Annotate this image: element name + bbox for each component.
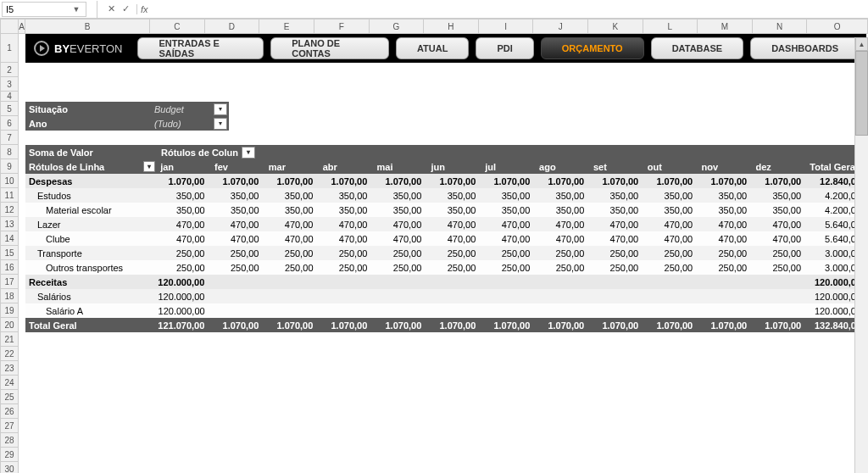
column-header-N[interactable]: N [753,19,808,34]
column-header-M[interactable]: M [698,19,753,34]
row-header-29[interactable]: 29 [0,448,19,462]
cell-value: 120.000,00 [155,277,209,287]
logo-name: EVERTON [70,42,122,55]
tab-plano-de-contas[interactable]: PLANO DE CONTAS [270,37,389,59]
logo: BYEVERTON [25,41,137,56]
pivot-row: Outros transportes250,00250,00250,00250,… [25,260,866,275]
row-header-2[interactable]: 2 [0,63,19,77]
row-header-14[interactable]: 14 [0,231,19,246]
confirm-icon[interactable]: ✓ [119,3,133,14]
row-header-26[interactable]: 26 [0,404,19,419]
grand-total-value: 1.070,00 [752,320,806,331]
row-header-4[interactable]: 4 [0,92,19,102]
column-header-E[interactable]: E [259,19,314,34]
filter-value-ano: (Tudo) [151,119,214,129]
month-header-nov: nov [698,162,753,172]
row-header-30[interactable]: 30 [0,462,19,473]
name-box-dropdown-icon[interactable]: ▼ [70,5,82,14]
cancel-icon[interactable]: ✕ [104,3,119,14]
fx-icon[interactable]: fx [136,4,152,14]
column-header-J[interactable]: J [533,19,588,34]
grand-total-value: 1.070,00 [589,320,643,331]
tab-atual[interactable]: ATUAL [396,37,469,59]
row-header-15[interactable]: 15 [0,246,19,260]
sum-of-value-label: Soma de Valor [25,147,158,158]
row-label: Transporte [25,248,156,259]
month-header-jan: jan [157,162,211,172]
vertical-scrollbar[interactable]: ▲ ▼ [854,37,868,473]
tab-dashboards[interactable]: DASHBOARDS [750,37,860,59]
name-box[interactable]: I5 ▼ [2,2,86,17]
row-header-20[interactable]: 20 [0,318,19,332]
row-header-19[interactable]: 19 [0,303,19,318]
column-header-O[interactable]: O [807,19,868,34]
row-header-17[interactable]: 17 [0,275,19,289]
row-header-6[interactable]: 6 [0,116,19,131]
cell-value: 250,00 [481,248,535,259]
row-header-7[interactable]: 7 [0,131,19,145]
row-header-21[interactable]: 21 [0,332,19,347]
cell-value: 250,00 [752,248,806,259]
cell-value: 1.070,00 [372,176,426,186]
cell-value: 470,00 [264,220,318,230]
grand-total-value: 1.070,00 [426,320,481,331]
row-header-10[interactable]: 10 [0,174,19,188]
row-header-18[interactable]: 18 [0,289,19,303]
cell-value: 250,00 [752,263,806,273]
scroll-thumb[interactable] [855,51,868,136]
cell-value: 250,00 [643,248,698,259]
filter-value-situacao: Budget [151,104,214,114]
filter-label-ano: Ano [25,119,151,129]
cell-value: 1.070,00 [589,176,643,186]
tab-pdi[interactable]: PDI [476,37,533,59]
cell-value: 250,00 [535,263,589,273]
column-header-K[interactable]: K [588,19,643,34]
row-header-9[interactable]: 9 [0,159,19,174]
tab-database[interactable]: DATABASE [651,37,743,59]
cell-value: 470,00 [372,220,426,230]
tab-entradas-e-sa-das[interactable]: ENTRADAS E SAÍDAS [137,37,264,59]
cell-value: 350,00 [318,191,372,201]
row-header-23[interactable]: 23 [0,361,19,376]
column-header-G[interactable]: G [370,19,425,34]
column-header-D[interactable]: D [205,19,260,34]
row-header-28[interactable]: 28 [0,433,19,448]
row-header-5[interactable]: 5 [0,102,19,116]
select-all-corner[interactable] [0,19,19,34]
tab-or-amento[interactable]: ORÇAMENTO [541,37,644,59]
row-header-3[interactable]: 3 [0,77,19,92]
row-labels-dropdown[interactable]: ▾ [143,161,155,172]
column-labels-dropdown[interactable]: ▾ [242,147,255,159]
cell-value: 350,00 [752,191,806,201]
scroll-up-icon[interactable]: ▲ [855,37,868,51]
cell-value: 1.070,00 [209,176,264,186]
row-header-11[interactable]: 11 [0,188,19,203]
row-label: Salários [25,292,156,302]
filter-dropdown-ano[interactable]: ▾ [214,118,227,130]
cell-value: 470,00 [535,234,589,244]
cell-value: 1.070,00 [426,176,481,186]
row-header-1[interactable]: 1 [0,34,19,63]
column-header-H[interactable]: H [424,19,479,34]
row-header-8[interactable]: 8 [0,145,19,159]
row-header-24[interactable]: 24 [0,376,19,390]
column-header-F[interactable]: F [314,19,370,34]
column-header-I[interactable]: I [479,19,534,34]
row-label: Salário A [25,306,156,316]
row-header-12[interactable]: 12 [0,203,19,217]
month-header-jul: jul [481,162,536,172]
column-header-L[interactable]: L [643,19,698,34]
cell-value: 250,00 [643,263,698,273]
row-header-25[interactable]: 25 [0,390,19,404]
column-header-C[interactable]: C [150,19,205,34]
filter-dropdown-situacao[interactable]: ▾ [214,103,227,115]
column-header-A[interactable]: A [19,19,25,34]
row-header-16[interactable]: 16 [0,260,19,275]
cell-value: 250,00 [426,248,481,259]
row-header-27[interactable]: 27 [0,419,19,433]
grand-total-value: 1.070,00 [372,320,426,331]
row-header-13[interactable]: 13 [0,217,19,231]
formula-bar: I5 ▼ ✕ ✓ fx [0,0,868,19]
row-header-22[interactable]: 22 [0,347,19,361]
column-header-B[interactable]: B [25,19,150,34]
